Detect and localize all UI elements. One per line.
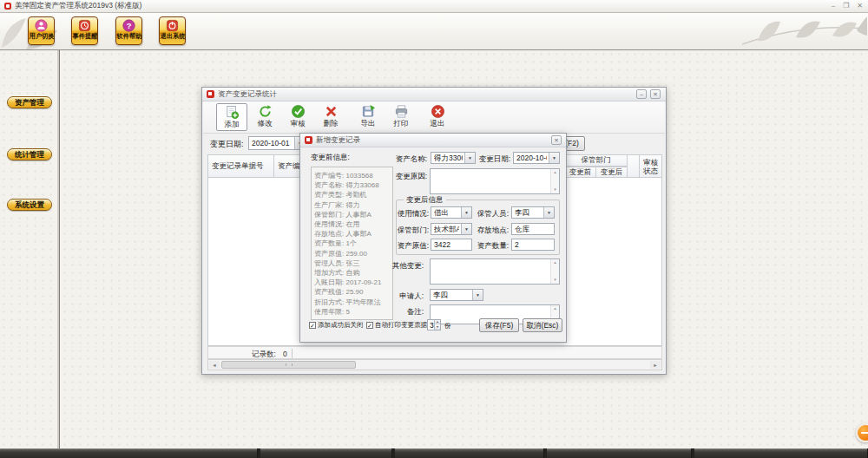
delete-label: 删除 xyxy=(315,119,346,128)
scroll-up-icon[interactable]: ▲ xyxy=(551,169,559,176)
dropdown-arrow-icon[interactable]: ▼ xyxy=(549,153,559,163)
spin-up-icon[interactable]: ▲ xyxy=(435,320,440,324)
change-date-value: 2020-10-04 xyxy=(516,154,547,162)
exit-system-button[interactable]: 退出系统 xyxy=(159,16,186,45)
other-change-textarea[interactable]: ▲ ▼ xyxy=(430,258,560,285)
status-divider xyxy=(292,349,293,358)
taskbar-segment[interactable] xyxy=(694,448,868,458)
dialog-minimize-icon[interactable]: – xyxy=(636,89,647,99)
leaf-decoration-right xyxy=(742,15,868,50)
scroll-down-icon[interactable]: ▼ xyxy=(551,277,559,284)
sidebar-item-asset-management[interactable]: 资产管理 xyxy=(7,96,52,108)
dropdown-arrow-icon[interactable]: ▼ xyxy=(461,207,471,218)
help-icon: ? xyxy=(122,19,135,32)
column-group-dept[interactable]: 保管部门 xyxy=(565,154,628,167)
usage-value: 借出 xyxy=(434,208,459,219)
scroll-down-icon[interactable]: ▼ xyxy=(551,186,559,193)
scroll-left-icon[interactable]: ◄ xyxy=(209,361,220,369)
application-window: 美萍固定资产管理系统2019v3 (标准版) – ❐ ✕ 用户切换 xyxy=(0,0,868,458)
modify-button[interactable]: 修改 xyxy=(249,103,280,131)
add-icon xyxy=(225,105,240,120)
keeper-combo[interactable]: 李四 ▼ xyxy=(511,206,555,219)
sidebar-item-system-settings[interactable]: 系统设置 xyxy=(7,199,52,211)
usage-combo[interactable]: 借出 ▼ xyxy=(431,206,472,219)
checkbox-check-icon: ✓ xyxy=(309,322,316,329)
column-header-after[interactable]: 变更后 xyxy=(596,167,628,178)
taskbar-segment[interactable] xyxy=(0,448,258,458)
info-entry-date: 入账日期: 2017-09-21 xyxy=(314,278,390,287)
info-add-method: 增加方式: 自购 xyxy=(314,268,390,278)
horizontal-scrollbar[interactable]: ◄ ► xyxy=(207,359,662,370)
audit-button[interactable]: 审核 xyxy=(282,103,313,131)
value-input[interactable]: 3422 xyxy=(431,239,472,251)
scroll-up-icon[interactable]: ▲ xyxy=(551,305,559,312)
textarea-scrollbar[interactable]: ▲ ▼ xyxy=(550,169,559,193)
software-help-button[interactable]: ? 软件帮助 xyxy=(115,16,142,45)
records-dialog-title-bar[interactable]: 资产变更记录统计 – ✕ xyxy=(202,88,666,101)
info-service-life: 使用年限: 5 xyxy=(314,307,390,317)
scrollbar-thumb[interactable] xyxy=(221,361,356,369)
modify-label: 修改 xyxy=(249,119,280,128)
dept-combo[interactable]: 技术部A ▼ xyxy=(431,223,472,235)
dropdown-arrow-icon[interactable]: ▼ xyxy=(543,207,554,218)
before-info-label: 变更前信息: xyxy=(311,153,350,163)
change-reason-textarea[interactable]: ▲ ▼ xyxy=(430,168,560,194)
asset-name-label: 资产名称: xyxy=(392,154,427,165)
quit-button[interactable]: 退出 xyxy=(422,103,453,131)
dropdown-arrow-icon[interactable]: ▼ xyxy=(472,290,483,300)
dialog-close-icon[interactable]: ✕ xyxy=(551,135,562,145)
asset-name-combo[interactable]: 得力33068 ▼ xyxy=(431,152,476,164)
delete-button[interactable]: 删除 xyxy=(315,103,346,131)
taskbar-segment[interactable] xyxy=(547,448,692,458)
value-label: 资产原值: xyxy=(396,241,429,252)
dropdown-arrow-icon[interactable]: ▼ xyxy=(464,153,475,163)
date-from-combo[interactable]: 2020-10-01 ▼ xyxy=(248,136,306,150)
dropdown-arrow-icon[interactable]: ▼ xyxy=(461,224,471,234)
minimize-icon[interactable]: – xyxy=(832,2,835,10)
new-record-dialog-title-bar[interactable]: 新增变更记录 ✕ xyxy=(300,134,566,147)
print-button[interactable]: 打印 xyxy=(385,103,417,131)
column-header-before[interactable]: 变更前 xyxy=(565,167,596,178)
copies-spinner[interactable]: 3 ▲ ▼ xyxy=(427,319,441,330)
keeper-value: 李四 xyxy=(515,208,542,219)
location-label: 存放地点: xyxy=(474,226,509,236)
add-button[interactable]: 添加 xyxy=(216,103,247,131)
audit-check-icon xyxy=(291,104,306,119)
remark-label: 备注: xyxy=(394,307,424,317)
save-button[interactable]: 保存(F5) xyxy=(479,318,519,332)
location-input[interactable]: 仓库 xyxy=(511,223,555,235)
scroll-up-icon[interactable]: ▲ xyxy=(551,259,559,266)
applicant-combo[interactable]: 李四 ▼ xyxy=(430,289,483,301)
restore-icon[interactable]: ❐ xyxy=(843,2,849,10)
export-button[interactable]: 导出 xyxy=(352,103,384,131)
other-change-label: 其他变更: xyxy=(389,261,424,272)
event-alert-button[interactable]: 事件提醒 xyxy=(71,16,98,45)
svg-text:?: ? xyxy=(127,22,132,30)
taskbar-segment[interactable] xyxy=(395,448,544,458)
taskbar xyxy=(0,448,868,458)
records-toolbar: 添加 修改 审核 删除 xyxy=(203,101,665,134)
qty-input[interactable]: 2 xyxy=(511,239,555,251)
scroll-right-icon[interactable]: ► xyxy=(650,361,661,369)
app-logo-icon xyxy=(4,3,11,10)
app-toolbar: 用户切换 事件提醒 ? 软件帮助 退出系统 xyxy=(0,13,868,50)
user-switch-button[interactable]: 用户切换 xyxy=(28,16,55,45)
after-change-group-label: 变更后信息 xyxy=(404,195,446,206)
column-header-status[interactable]: 审核状态 xyxy=(640,154,662,178)
quit-label: 退出 xyxy=(422,119,453,128)
sidebar-item-statistics-management[interactable]: 统计管理 xyxy=(7,148,52,160)
spin-down-icon[interactable]: ▼ xyxy=(435,325,440,330)
change-date-combo[interactable]: 2020-10-04 ▼ xyxy=(513,152,560,164)
info-dept: 保管部门: 人事部A xyxy=(314,210,390,219)
auto-print-checkbox[interactable]: ✓自动打印变更票据 xyxy=(366,321,427,330)
textarea-scrollbar[interactable]: ▲ ▼ xyxy=(550,259,559,284)
change-reason-label: 变更原因: xyxy=(392,172,427,182)
user-switch-label: 用户切换 xyxy=(29,32,54,41)
close-icon[interactable]: ✕ xyxy=(857,2,863,10)
close-after-add-checkbox[interactable]: ✓添加成功后关闭 xyxy=(309,321,364,330)
records-dialog-title: 资产变更记录统计 xyxy=(218,89,277,100)
dialog-close-icon[interactable]: ✕ xyxy=(650,89,661,99)
column-header-record-no[interactable]: 变更记录单据号 xyxy=(207,154,274,178)
cancel-button[interactable]: 取消(Esc) xyxy=(523,318,562,332)
taskbar-segment[interactable] xyxy=(260,448,392,458)
